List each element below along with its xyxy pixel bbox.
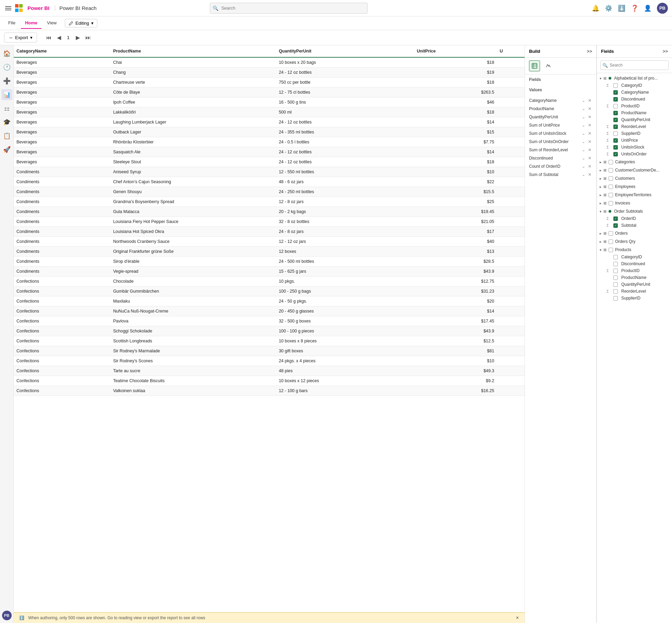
page-prev-button[interactable]: ◀	[55, 34, 63, 42]
field-checkbox[interactable]	[613, 131, 618, 136]
field-checkbox[interactable]	[609, 248, 613, 252]
chevron-down-icon[interactable]: ⌄	[581, 164, 586, 169]
fields-expand-icon[interactable]: >>	[663, 49, 668, 54]
tab-home[interactable]: Home	[21, 17, 41, 29]
notification-icon[interactable]: 🔔	[592, 4, 599, 12]
page-first-button[interactable]: ⏮	[44, 34, 53, 42]
tree-item[interactable]: ΣProductID	[597, 103, 672, 109]
col-header-product[interactable]: ProductName	[110, 45, 276, 57]
value-item[interactable]: CategoryName⌄✕	[525, 96, 596, 105]
field-checkbox[interactable]	[609, 193, 613, 197]
tree-group-header-alphabetical[interactable]: ▾⊞Alphabetical list of pro...	[597, 74, 672, 82]
value-item-actions[interactable]: ⌄✕	[581, 164, 592, 169]
field-checkbox[interactable]	[613, 97, 618, 102]
sidebar-item-home[interactable]: 🏠	[1, 48, 12, 59]
field-checkbox[interactable]	[609, 168, 613, 173]
sidebar-powerbi-icon[interactable]: PB	[2, 611, 12, 620]
remove-value-icon[interactable]: ✕	[587, 148, 592, 152]
tree-item[interactable]: ΣUnitsOnOrder	[597, 151, 672, 157]
build-expand-icon[interactable]: >>	[587, 49, 592, 54]
value-item-actions[interactable]: ⌄✕	[581, 123, 592, 128]
chevron-down-icon[interactable]: ⌄	[581, 148, 586, 152]
tree-item[interactable]: ΣReorderLevel	[597, 123, 672, 130]
remove-value-icon[interactable]: ✕	[587, 131, 592, 136]
sidebar-item-apps[interactable]: ⚏	[1, 103, 12, 114]
sidebar-item-data[interactable]: 📊	[1, 89, 12, 100]
settings-icon[interactable]: ⚙️	[605, 4, 612, 12]
tree-item[interactable]: ProductName	[597, 274, 672, 281]
build-tab-format[interactable]	[543, 60, 554, 71]
tree-group-header-orders-qry[interactable]: ▸⊞Orders Qry	[597, 238, 672, 245]
col-header-qty[interactable]: QuantityPerUnit	[276, 45, 414, 57]
remove-value-icon[interactable]: ✕	[587, 156, 592, 161]
tree-item[interactable]: CategoryID	[597, 254, 672, 260]
tree-item[interactable]: QuantityPerUnit	[597, 116, 672, 123]
chevron-down-icon[interactable]: ⌄	[581, 139, 586, 144]
tree-group-header-customers[interactable]: ▸⊞Customers	[597, 175, 672, 182]
tree-item[interactable]: ΣCategoryID	[597, 82, 672, 89]
status-close-icon[interactable]: ✕	[516, 615, 519, 620]
value-item-actions[interactable]: ⌄✕	[581, 98, 592, 103]
fields-search-input[interactable]	[600, 60, 669, 70]
field-checkbox[interactable]	[613, 83, 618, 88]
field-checkbox[interactable]	[613, 90, 618, 95]
tree-item[interactable]: ΣSubtotal	[597, 222, 672, 229]
tree-item[interactable]: ΣReorderLevel	[597, 288, 672, 295]
field-checkbox[interactable]	[613, 145, 618, 150]
tree-item[interactable]: ΣSupplierID	[597, 130, 672, 137]
remove-value-icon[interactable]: ✕	[587, 115, 592, 119]
help-icon[interactable]: ❓	[631, 4, 638, 12]
col-header-u[interactable]: U	[497, 45, 525, 57]
tree-item[interactable]: ΣOrderID	[597, 215, 672, 222]
tree-group-header-invoices[interactable]: ▸⊞Invoices	[597, 199, 672, 207]
tree-item[interactable]: Discontinued	[597, 96, 672, 103]
value-item-actions[interactable]: ⌄✕	[581, 131, 592, 136]
tree-item[interactable]: QuantityPerUnit	[597, 281, 672, 288]
field-checkbox[interactable]	[613, 125, 618, 129]
page-next-button[interactable]: ▶	[74, 34, 82, 42]
value-item-actions[interactable]: ⌄✕	[581, 172, 592, 177]
value-item[interactable]: Sum of ReorderLevel⌄✕	[525, 146, 596, 154]
field-checkbox[interactable]	[613, 118, 618, 122]
field-checkbox[interactable]	[609, 201, 613, 205]
value-item[interactable]: QuantityPerUnit⌄✕	[525, 113, 596, 121]
tree-item[interactable]: ΣUnitPrice	[597, 137, 672, 144]
sidebar-item-learn[interactable]: 🎓	[1, 117, 12, 128]
field-checkbox[interactable]	[609, 160, 613, 164]
remove-value-icon[interactable]: ✕	[587, 172, 592, 177]
field-checkbox[interactable]	[613, 275, 618, 280]
remove-value-icon[interactable]: ✕	[587, 139, 592, 144]
tree-group-header-customer-customer-de[interactable]: ▸⊞CustomerCustomerDe...	[597, 166, 672, 174]
field-checkbox[interactable]	[613, 104, 618, 108]
field-checkbox[interactable]	[613, 262, 618, 266]
tree-item[interactable]: ΣProductID	[597, 267, 672, 274]
tree-item[interactable]: ProductName	[597, 109, 672, 116]
field-checkbox[interactable]	[613, 216, 618, 221]
account-icon[interactable]: 👤	[644, 4, 651, 12]
tree-group-header-order-subtotals[interactable]: ▾⊞Order Subtotals	[597, 208, 672, 215]
tree-group-header-employee-territories[interactable]: ▸⊞EmployeeTerritories	[597, 191, 672, 199]
remove-value-icon[interactable]: ✕	[587, 123, 592, 128]
tree-group-header-employees[interactable]: ▸⊞Employees	[597, 183, 672, 190]
value-item[interactable]: Sum of UnitsInStock⌄✕	[525, 129, 596, 138]
field-checkbox[interactable]	[609, 239, 613, 244]
tree-group-header-categories[interactable]: ▸⊞Categories	[597, 158, 672, 166]
value-item[interactable]: Sum of Subtotal⌄✕	[525, 171, 596, 179]
value-item-actions[interactable]: ⌄✕	[581, 115, 592, 119]
tree-item[interactable]: Discontinued	[597, 260, 672, 267]
chevron-down-icon[interactable]: ⌄	[581, 98, 586, 103]
field-checkbox[interactable]	[613, 296, 618, 301]
download-icon[interactable]: ⬇️	[618, 4, 625, 12]
sidebar-item-recent[interactable]: 🕐	[1, 62, 12, 73]
chevron-down-icon[interactable]: ⌄	[581, 131, 586, 136]
field-checkbox[interactable]	[613, 111, 618, 115]
value-item-actions[interactable]: ⌄✕	[581, 156, 592, 161]
value-item-actions[interactable]: ⌄✕	[581, 106, 592, 111]
avatar[interactable]: PB	[657, 3, 668, 14]
tree-group-header-orders[interactable]: ▸⊞Orders	[597, 230, 672, 237]
field-checkbox[interactable]	[613, 289, 618, 294]
sidebar-item-create[interactable]: ➕	[1, 75, 12, 86]
field-checkbox[interactable]	[609, 185, 613, 189]
tab-view[interactable]: View	[43, 17, 61, 29]
value-item[interactable]: ProductName⌄✕	[525, 105, 596, 113]
